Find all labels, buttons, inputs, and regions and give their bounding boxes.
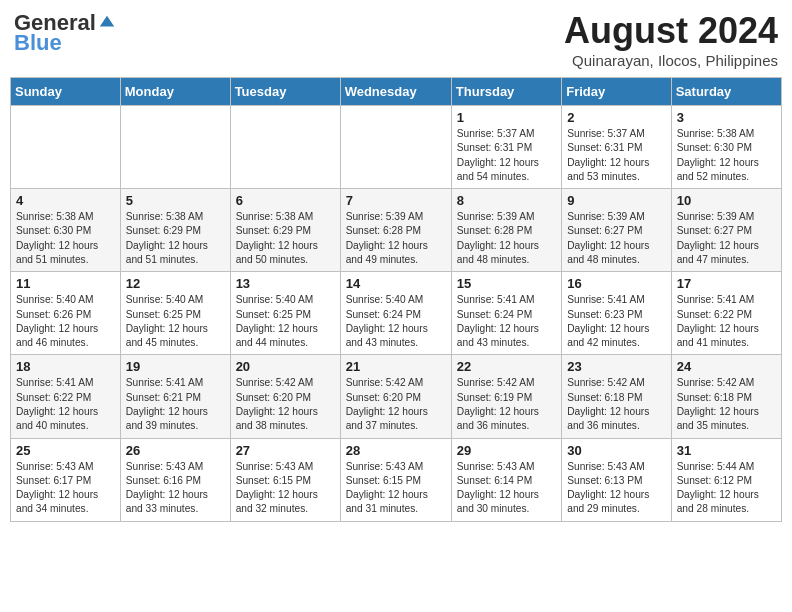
day-number: 9 — [567, 193, 665, 208]
calendar-header-thursday: Thursday — [451, 78, 561, 106]
calendar-cell-week2-day2: 5Sunrise: 5:38 AM Sunset: 6:29 PM Daylig… — [120, 189, 230, 272]
calendar-cell-week3-day3: 13Sunrise: 5:40 AM Sunset: 6:25 PM Dayli… — [230, 272, 340, 355]
day-info: Sunrise: 5:40 AM Sunset: 6:24 PM Dayligh… — [346, 293, 446, 350]
calendar-cell-week2-day4: 7Sunrise: 5:39 AM Sunset: 6:28 PM Daylig… — [340, 189, 451, 272]
calendar-week-3: 11Sunrise: 5:40 AM Sunset: 6:26 PM Dayli… — [11, 272, 782, 355]
calendar-cell-week5-day4: 28Sunrise: 5:43 AM Sunset: 6:15 PM Dayli… — [340, 438, 451, 521]
title-block: August 2024 Quinarayan, Ilocos, Philippi… — [564, 10, 778, 69]
calendar-cell-week5-day6: 30Sunrise: 5:43 AM Sunset: 6:13 PM Dayli… — [562, 438, 671, 521]
logo-icon — [98, 14, 116, 32]
calendar-cell-week1-day6: 2Sunrise: 5:37 AM Sunset: 6:31 PM Daylig… — [562, 106, 671, 189]
day-info: Sunrise: 5:39 AM Sunset: 6:28 PM Dayligh… — [457, 210, 556, 267]
calendar-cell-week4-day5: 22Sunrise: 5:42 AM Sunset: 6:19 PM Dayli… — [451, 355, 561, 438]
day-info: Sunrise: 5:43 AM Sunset: 6:15 PM Dayligh… — [236, 460, 335, 517]
day-info: Sunrise: 5:40 AM Sunset: 6:25 PM Dayligh… — [126, 293, 225, 350]
logo: General Blue — [14, 10, 116, 56]
day-number: 30 — [567, 443, 665, 458]
calendar-header-tuesday: Tuesday — [230, 78, 340, 106]
day-info: Sunrise: 5:43 AM Sunset: 6:13 PM Dayligh… — [567, 460, 665, 517]
calendar-header-wednesday: Wednesday — [340, 78, 451, 106]
day-number: 17 — [677, 276, 776, 291]
day-info: Sunrise: 5:42 AM Sunset: 6:18 PM Dayligh… — [677, 376, 776, 433]
day-info: Sunrise: 5:43 AM Sunset: 6:14 PM Dayligh… — [457, 460, 556, 517]
day-number: 11 — [16, 276, 115, 291]
day-number: 28 — [346, 443, 446, 458]
day-number: 1 — [457, 110, 556, 125]
calendar-cell-week3-day1: 11Sunrise: 5:40 AM Sunset: 6:26 PM Dayli… — [11, 272, 121, 355]
logo-blue-text: Blue — [14, 30, 62, 56]
day-number: 2 — [567, 110, 665, 125]
calendar-header-row: SundayMondayTuesdayWednesdayThursdayFrid… — [11, 78, 782, 106]
calendar-cell-week1-day3 — [230, 106, 340, 189]
day-info: Sunrise: 5:40 AM Sunset: 6:25 PM Dayligh… — [236, 293, 335, 350]
calendar-cell-week2-day3: 6Sunrise: 5:38 AM Sunset: 6:29 PM Daylig… — [230, 189, 340, 272]
day-number: 27 — [236, 443, 335, 458]
calendar-cell-week4-day3: 20Sunrise: 5:42 AM Sunset: 6:20 PM Dayli… — [230, 355, 340, 438]
day-number: 15 — [457, 276, 556, 291]
day-number: 3 — [677, 110, 776, 125]
day-info: Sunrise: 5:42 AM Sunset: 6:20 PM Dayligh… — [346, 376, 446, 433]
calendar-week-2: 4Sunrise: 5:38 AM Sunset: 6:30 PM Daylig… — [11, 189, 782, 272]
day-number: 20 — [236, 359, 335, 374]
calendar-cell-week3-day7: 17Sunrise: 5:41 AM Sunset: 6:22 PM Dayli… — [671, 272, 781, 355]
calendar-cell-week1-day4 — [340, 106, 451, 189]
day-number: 29 — [457, 443, 556, 458]
day-info: Sunrise: 5:37 AM Sunset: 6:31 PM Dayligh… — [457, 127, 556, 184]
day-info: Sunrise: 5:38 AM Sunset: 6:29 PM Dayligh… — [126, 210, 225, 267]
day-number: 14 — [346, 276, 446, 291]
calendar-cell-week4-day2: 19Sunrise: 5:41 AM Sunset: 6:21 PM Dayli… — [120, 355, 230, 438]
calendar-cell-week5-day3: 27Sunrise: 5:43 AM Sunset: 6:15 PM Dayli… — [230, 438, 340, 521]
day-info: Sunrise: 5:43 AM Sunset: 6:16 PM Dayligh… — [126, 460, 225, 517]
day-number: 12 — [126, 276, 225, 291]
day-number: 25 — [16, 443, 115, 458]
day-info: Sunrise: 5:41 AM Sunset: 6:23 PM Dayligh… — [567, 293, 665, 350]
calendar-cell-week3-day2: 12Sunrise: 5:40 AM Sunset: 6:25 PM Dayli… — [120, 272, 230, 355]
calendar-cell-week2-day7: 10Sunrise: 5:39 AM Sunset: 6:27 PM Dayli… — [671, 189, 781, 272]
month-title: August 2024 — [564, 10, 778, 52]
day-info: Sunrise: 5:42 AM Sunset: 6:19 PM Dayligh… — [457, 376, 556, 433]
svg-marker-0 — [100, 16, 114, 27]
day-number: 6 — [236, 193, 335, 208]
calendar-cell-week5-day5: 29Sunrise: 5:43 AM Sunset: 6:14 PM Dayli… — [451, 438, 561, 521]
calendar-week-1: 1Sunrise: 5:37 AM Sunset: 6:31 PM Daylig… — [11, 106, 782, 189]
day-number: 26 — [126, 443, 225, 458]
calendar-cell-week5-day1: 25Sunrise: 5:43 AM Sunset: 6:17 PM Dayli… — [11, 438, 121, 521]
calendar-table: SundayMondayTuesdayWednesdayThursdayFrid… — [10, 77, 782, 522]
calendar-cell-week2-day1: 4Sunrise: 5:38 AM Sunset: 6:30 PM Daylig… — [11, 189, 121, 272]
day-info: Sunrise: 5:38 AM Sunset: 6:29 PM Dayligh… — [236, 210, 335, 267]
day-info: Sunrise: 5:44 AM Sunset: 6:12 PM Dayligh… — [677, 460, 776, 517]
day-number: 24 — [677, 359, 776, 374]
day-number: 16 — [567, 276, 665, 291]
calendar-header-saturday: Saturday — [671, 78, 781, 106]
day-info: Sunrise: 5:42 AM Sunset: 6:20 PM Dayligh… — [236, 376, 335, 433]
calendar-cell-week2-day5: 8Sunrise: 5:39 AM Sunset: 6:28 PM Daylig… — [451, 189, 561, 272]
day-number: 31 — [677, 443, 776, 458]
day-number: 23 — [567, 359, 665, 374]
day-info: Sunrise: 5:43 AM Sunset: 6:15 PM Dayligh… — [346, 460, 446, 517]
calendar-cell-week1-day1 — [11, 106, 121, 189]
calendar-cell-week1-day5: 1Sunrise: 5:37 AM Sunset: 6:31 PM Daylig… — [451, 106, 561, 189]
day-info: Sunrise: 5:37 AM Sunset: 6:31 PM Dayligh… — [567, 127, 665, 184]
day-info: Sunrise: 5:39 AM Sunset: 6:28 PM Dayligh… — [346, 210, 446, 267]
day-number: 5 — [126, 193, 225, 208]
day-info: Sunrise: 5:42 AM Sunset: 6:18 PM Dayligh… — [567, 376, 665, 433]
day-info: Sunrise: 5:38 AM Sunset: 6:30 PM Dayligh… — [677, 127, 776, 184]
calendar-cell-week4-day6: 23Sunrise: 5:42 AM Sunset: 6:18 PM Dayli… — [562, 355, 671, 438]
calendar-cell-week4-day7: 24Sunrise: 5:42 AM Sunset: 6:18 PM Dayli… — [671, 355, 781, 438]
day-number: 7 — [346, 193, 446, 208]
day-info: Sunrise: 5:40 AM Sunset: 6:26 PM Dayligh… — [16, 293, 115, 350]
location: Quinarayan, Ilocos, Philippines — [564, 52, 778, 69]
day-number: 21 — [346, 359, 446, 374]
day-info: Sunrise: 5:41 AM Sunset: 6:24 PM Dayligh… — [457, 293, 556, 350]
calendar-cell-week4-day1: 18Sunrise: 5:41 AM Sunset: 6:22 PM Dayli… — [11, 355, 121, 438]
calendar-cell-week3-day5: 15Sunrise: 5:41 AM Sunset: 6:24 PM Dayli… — [451, 272, 561, 355]
day-number: 19 — [126, 359, 225, 374]
day-number: 4 — [16, 193, 115, 208]
calendar-cell-week3-day4: 14Sunrise: 5:40 AM Sunset: 6:24 PM Dayli… — [340, 272, 451, 355]
page-header: General Blue August 2024 Quinarayan, Ilo… — [10, 10, 782, 69]
day-info: Sunrise: 5:41 AM Sunset: 6:22 PM Dayligh… — [16, 376, 115, 433]
calendar-cell-week3-day6: 16Sunrise: 5:41 AM Sunset: 6:23 PM Dayli… — [562, 272, 671, 355]
calendar-week-5: 25Sunrise: 5:43 AM Sunset: 6:17 PM Dayli… — [11, 438, 782, 521]
day-number: 8 — [457, 193, 556, 208]
day-number: 22 — [457, 359, 556, 374]
